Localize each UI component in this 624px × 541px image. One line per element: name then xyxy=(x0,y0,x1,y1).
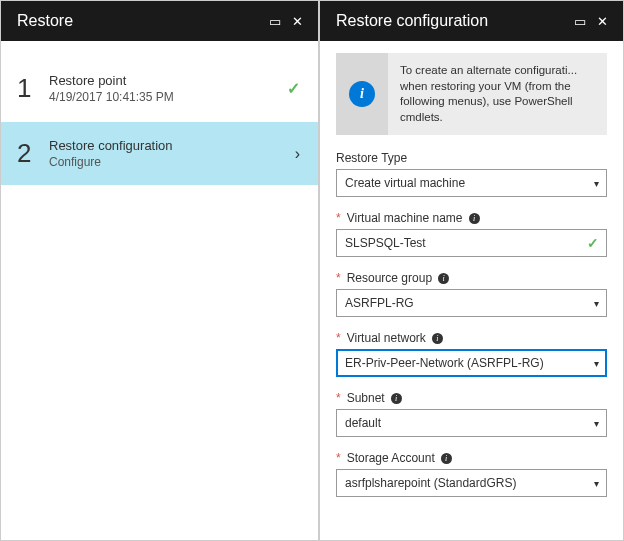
restore-type-label: Restore Type xyxy=(336,151,607,165)
vm-name-label: * Virtual machine name i xyxy=(336,211,607,225)
vnet-field[interactable]: ER-Priv-Peer-Network (ASRFPL-RG) ▾ xyxy=(336,349,607,377)
subnet-select[interactable]: default xyxy=(336,409,607,437)
step-restore-config[interactable]: 2 Restore configuration Configure › xyxy=(1,120,318,185)
storage-field[interactable]: asrfplsharepoint (StandardGRS) ▾ xyxy=(336,469,607,497)
chevron-right-icon: › xyxy=(282,145,300,163)
config-title: Restore configuration xyxy=(336,12,569,30)
restore-title: Restore xyxy=(17,12,264,30)
info-icon[interactable]: i xyxy=(432,333,443,344)
config-body: i To create an alternate configurati... … xyxy=(320,41,623,540)
info-icon[interactable]: i xyxy=(391,393,402,404)
subnet-field[interactable]: default ▾ xyxy=(336,409,607,437)
step-subtitle: Configure xyxy=(49,155,282,169)
info-icon[interactable]: i xyxy=(441,453,452,464)
step-restore-point[interactable]: 1 Restore point 4/19/2017 10:41:35 PM ✓ xyxy=(1,55,318,120)
info-text: To create an alternate configurati... wh… xyxy=(388,53,607,135)
restore-blade: Restore ▭ ✕ 1 Restore point 4/19/2017 10… xyxy=(0,0,319,541)
restore-type-select[interactable]: Create virtual machine xyxy=(336,169,607,197)
restore-body: 1 Restore point 4/19/2017 10:41:35 PM ✓ … xyxy=(1,41,318,540)
info-icon[interactable]: i xyxy=(438,273,449,284)
restore-header: Restore ▭ ✕ xyxy=(1,1,318,41)
storage-select[interactable]: asrfplsharepoint (StandardGRS) xyxy=(336,469,607,497)
resource-group-select[interactable]: ASRFPL-RG xyxy=(336,289,607,317)
check-icon: ✓ xyxy=(587,235,599,251)
maximize-icon[interactable]: ▭ xyxy=(569,14,591,29)
vm-name-field[interactable]: ✓ xyxy=(336,229,607,257)
vm-name-input[interactable] xyxy=(336,229,607,257)
storage-label: * Storage Account i xyxy=(336,451,607,465)
vnet-label: * Virtual network i xyxy=(336,331,607,345)
check-icon: ✓ xyxy=(282,79,300,98)
step-title: Restore configuration xyxy=(49,138,282,153)
close-icon[interactable]: ✕ xyxy=(591,14,613,29)
info-banner: i To create an alternate configurati... … xyxy=(336,53,607,135)
resource-group-field[interactable]: ASRFPL-RG ▾ xyxy=(336,289,607,317)
step-title: Restore point xyxy=(49,73,282,88)
subnet-label: * Subnet i xyxy=(336,391,607,405)
step-number: 2 xyxy=(17,138,49,169)
config-header: Restore configuration ▭ ✕ xyxy=(320,1,623,41)
close-icon[interactable]: ✕ xyxy=(286,14,308,29)
step-subtitle: 4/19/2017 10:41:35 PM xyxy=(49,90,282,104)
maximize-icon[interactable]: ▭ xyxy=(264,14,286,29)
restore-type-field[interactable]: Create virtual machine ▾ xyxy=(336,169,607,197)
info-icon: i xyxy=(349,81,375,107)
vnet-select[interactable]: ER-Priv-Peer-Network (ASRFPL-RG) xyxy=(336,349,607,377)
step-number: 1 xyxy=(17,73,49,104)
resource-group-label: * Resource group i xyxy=(336,271,607,285)
info-icon[interactable]: i xyxy=(469,213,480,224)
restore-config-blade: Restore configuration ▭ ✕ i To create an… xyxy=(319,0,624,541)
